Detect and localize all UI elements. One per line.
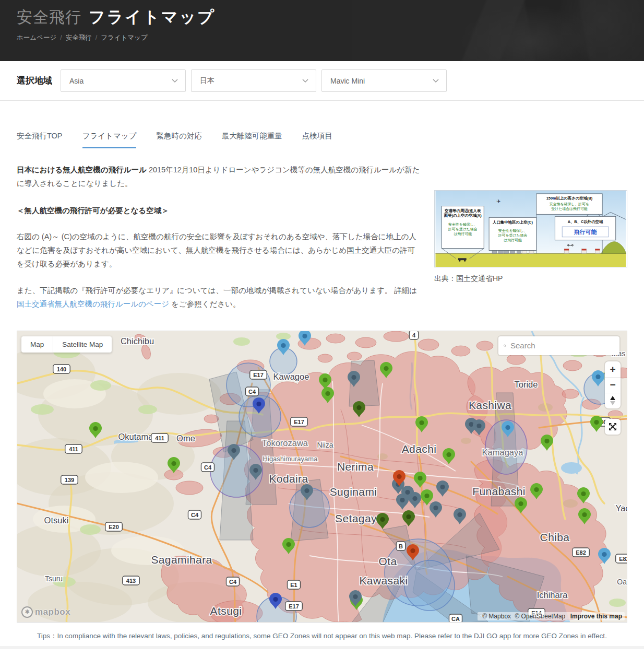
filter-label: 選択地域 xyxy=(17,75,61,87)
map-search[interactable] xyxy=(498,336,619,355)
svg-text:許可を受けた場合: 許可を受けた場合 xyxy=(448,227,478,231)
breadcrumb: ホームページ/安全飛行/フライトマップ xyxy=(17,33,627,42)
map-city-label: Kodaira xyxy=(269,473,308,485)
svg-text:E1: E1 xyxy=(290,582,297,588)
road-shield: 413 xyxy=(123,576,140,585)
road-shield: CA xyxy=(449,614,462,623)
svg-text:E82: E82 xyxy=(576,549,586,556)
select-country[interactable]: 日本 xyxy=(191,69,316,92)
svg-text:E17: E17 xyxy=(294,419,304,425)
select-continent[interactable]: Asia xyxy=(61,69,186,92)
fullscreen-button[interactable] xyxy=(605,419,621,435)
map-city-label: Ichihara xyxy=(537,590,568,600)
map-zoom-controls: + − xyxy=(605,361,621,408)
filter-selects: Asia日本Mavic Mini xyxy=(61,69,447,92)
svg-text:139: 139 xyxy=(65,477,74,483)
svg-text:B: B xyxy=(399,543,403,549)
map-city-label: Kawasaki xyxy=(359,575,408,587)
tab-max-takeoff-weight[interactable]: 最大離陸可能重量 xyxy=(222,131,282,148)
mapbox-logo-text: mapbox xyxy=(35,607,70,617)
compass-south-icon xyxy=(610,401,615,405)
svg-text:は飛行可能: は飛行可能 xyxy=(454,232,472,236)
svg-text:E17: E17 xyxy=(289,603,299,610)
tab-bar: 安全飛行TOPフライトマップ緊急時の対応最大離陸可能重量点検項目 xyxy=(0,101,644,148)
map-city-label: Kawagoe xyxy=(273,372,309,381)
svg-text:E17: E17 xyxy=(253,372,264,378)
page-title-section: 安全飛行 xyxy=(17,7,81,28)
lead-bold: 日本における無人航空機の飛行ルール xyxy=(17,166,147,174)
map-city-label: Chiba xyxy=(540,531,570,543)
search-input[interactable] xyxy=(510,341,614,350)
svg-text:面等)の上空の空域(A): 面等)の上空の空域(A) xyxy=(444,213,482,218)
zone-b-title: 150m以上の高さの空域(B) xyxy=(546,196,593,201)
map-city-label: Toride xyxy=(515,380,538,389)
map-canvas: ChichibuInasKawagoeTorideKashiwaOkutamaO… xyxy=(17,331,627,623)
svg-text:安全性を確保し、許可を: 安全性を確保し、許可を xyxy=(550,202,589,206)
map-city-label: Kamagaya xyxy=(482,448,524,457)
map-city-label: Ome xyxy=(176,433,195,443)
map-city-label: Niiza xyxy=(317,441,333,449)
page-title: 安全飛行 フライトマップ xyxy=(17,6,627,28)
tab-safety-top[interactable]: 安全飛行TOP xyxy=(17,131,63,148)
select-value: 日本 xyxy=(200,76,214,86)
map-city-label: Funabashi xyxy=(472,485,526,497)
map-city-label: Suginami xyxy=(330,486,377,498)
article: ✈ 空港等の xyxy=(0,148,644,311)
tab-emergency[interactable]: 緊急時の対応 xyxy=(156,131,201,148)
region-filter-bar: 選択地域 Asia日本Mavic Mini xyxy=(0,61,644,101)
airspace-figure: ✈ 空港等の xyxy=(434,190,627,285)
road-shield: 411 xyxy=(151,433,169,442)
improve-this-map-link[interactable]: Improve this map xyxy=(570,613,622,620)
road-shield: E17 xyxy=(291,417,308,426)
page-title-current: フライトマップ xyxy=(89,6,216,28)
chevron-down-icon xyxy=(172,79,178,83)
map-city-label: Chichibu xyxy=(121,336,154,346)
road-shield: C4 xyxy=(188,510,201,519)
svg-text:安全性を確保し、: 安全性を確保し、 xyxy=(448,222,477,226)
svg-text:C4: C4 xyxy=(191,512,199,518)
compass-control[interactable] xyxy=(605,393,621,408)
svg-text:許可を受けた場合: 許可を受けた場合 xyxy=(498,233,528,238)
road-shield: 411 xyxy=(65,444,82,453)
page-header: 安全飛行 フライトマップ ホームページ/安全飛行/フライトマップ xyxy=(0,0,644,61)
svg-text:411: 411 xyxy=(69,446,78,452)
svg-text:CA: CA xyxy=(451,616,460,622)
map-city-label: Oami xyxy=(617,578,627,586)
attribution-osm[interactable]: © OpenStreetMap xyxy=(515,613,565,620)
attribution-mapbox[interactable]: © Mapbox xyxy=(482,613,511,620)
breadcrumb-item[interactable]: 安全飛行 xyxy=(66,34,92,41)
map-city-label: Atsugi xyxy=(210,605,242,617)
body-paragraph-2: また、下記掲載の『飛行許可が必要なエリア』については、一部の地域が掲載されていな… xyxy=(17,284,627,311)
map-type-toggle: Map Satellite Map xyxy=(21,336,112,353)
map-toggle-satellite[interactable]: Satellite Map xyxy=(53,336,112,353)
airport-geo-circle xyxy=(404,560,455,611)
mlit-rules-link[interactable]: 国土交通省無人航空機の飛行ルールのページ xyxy=(17,300,169,308)
road-shield: 139 xyxy=(61,475,78,484)
mapbox-logo[interactable]: ✱ mapbox xyxy=(21,606,70,618)
breadcrumb-separator: / xyxy=(60,34,62,41)
svg-text:E20: E20 xyxy=(109,524,119,530)
map-city-label: Kashiwa xyxy=(469,399,511,411)
zoom-out-button[interactable]: − xyxy=(605,377,621,393)
breadcrumb-item: フライトマップ xyxy=(101,34,148,41)
map-city-label: Nerima xyxy=(337,461,374,473)
tab-flight-map[interactable]: フライトマップ xyxy=(82,131,137,148)
svg-text:C4: C4 xyxy=(229,579,237,585)
svg-text:413: 413 xyxy=(126,578,136,584)
map-toggle-map[interactable]: Map xyxy=(21,336,53,353)
tab-inspection[interactable]: 点検項目 xyxy=(302,131,332,148)
zoom-in-button[interactable]: + xyxy=(605,361,621,377)
road-shield: E17 xyxy=(250,370,267,379)
airspace-diagram: ✈ 空港等の xyxy=(434,190,627,267)
select-value: Mavic Mini xyxy=(330,77,365,85)
map-attribution: © Mapbox © OpenStreetMap Improve this ma… xyxy=(478,612,625,620)
zone-c-title: 人口集中地区の上空(C) xyxy=(492,220,533,225)
mapbox-logo-icon: ✱ xyxy=(21,606,33,618)
flight-allowed-label: 飛行可能 xyxy=(574,229,598,235)
road-shield: C4 xyxy=(201,463,214,472)
select-drone-model[interactable]: Mavic Mini xyxy=(321,69,447,92)
breadcrumb-item[interactable]: ホームページ xyxy=(17,34,56,41)
geo-zone-map[interactable]: ChichibuInasKawagoeTorideKashiwaOkutamaO… xyxy=(17,331,627,623)
map-city-label: Setagaya xyxy=(335,512,383,524)
map-city-label: Okutama xyxy=(118,432,154,441)
